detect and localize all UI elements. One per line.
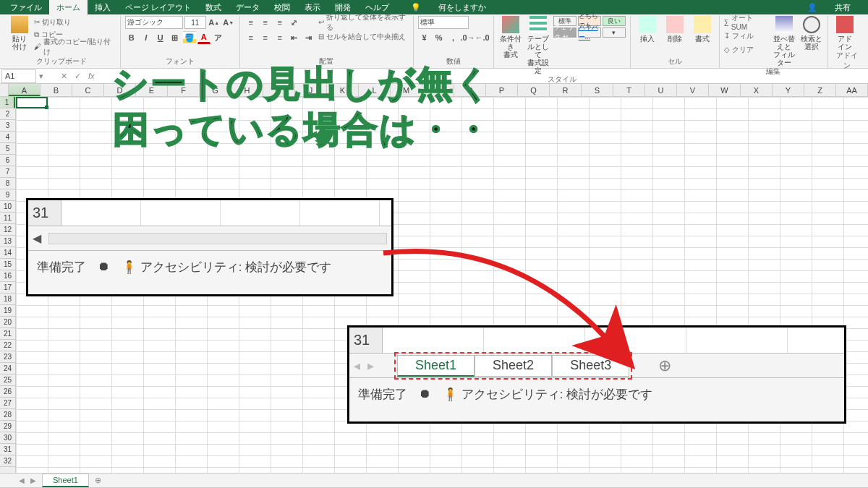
col-header-X[interactable]: X — [741, 84, 773, 96]
row-header-7[interactable]: 7 — [0, 166, 15, 178]
insert-cells-button[interactable]: 挿入 — [635, 16, 660, 43]
col-header-N[interactable]: N — [422, 84, 454, 96]
fill-button[interactable]: ↧フィル — [724, 30, 770, 42]
cancel-formula-button[interactable]: ✕ — [61, 72, 67, 81]
row-header-12[interactable]: 12 — [0, 224, 15, 236]
tab-data[interactable]: データ — [229, 0, 267, 15]
row-header-28[interactable]: 28 — [0, 409, 15, 421]
col-header-L[interactable]: L — [359, 84, 391, 96]
sheet-nav-left[interactable]: ◀ — [19, 476, 25, 484]
col-header-Z[interactable]: Z — [804, 84, 836, 96]
row-header-29[interactable]: 29 — [0, 421, 15, 432]
row-header-9[interactable]: 9 — [0, 189, 15, 201]
decrease-decimal-button[interactable]: ←.0 — [476, 31, 489, 44]
paste-button[interactable]: 貼り 付け — [7, 16, 31, 51]
row-header-23[interactable]: 23 — [0, 351, 15, 363]
percent-button[interactable]: % — [433, 31, 446, 44]
sheet-tab-1[interactable]: Sheet1 — [42, 474, 89, 487]
format-as-table-button[interactable]: テーブルとして 書式設定 — [526, 16, 550, 74]
row-header-27[interactable]: 27 — [0, 398, 15, 409]
row-header-15[interactable]: 15 — [0, 259, 15, 270]
col-header-F[interactable]: F — [168, 84, 200, 96]
col-header-B[interactable]: B — [41, 84, 72, 96]
col-header-M[interactable]: M — [391, 84, 422, 96]
tab-review[interactable]: 校閲 — [267, 0, 297, 15]
row-header-22[interactable]: 22 — [0, 340, 15, 351]
style-more[interactable]: ▾ — [603, 27, 626, 38]
sort-filter-button[interactable]: 並べ替えと フィルター — [773, 16, 796, 67]
align-left-button[interactable]: ≡ — [244, 31, 258, 44]
align-center-button[interactable]: ≡ — [259, 31, 272, 44]
row-header-21[interactable]: 21 — [0, 328, 15, 340]
active-cell[interactable] — [16, 97, 48, 108]
wrap-text-button[interactable]: ↩折り返して全体を表示する — [318, 16, 409, 28]
border-button[interactable]: ⊞ — [169, 31, 182, 44]
find-select-button[interactable]: 検索と 選択 — [799, 16, 823, 51]
row-header-32[interactable]: 32 — [0, 455, 15, 467]
enter-formula-button[interactable]: ✓ — [75, 72, 81, 81]
font-color-button[interactable]: A — [197, 31, 210, 44]
row-header-20[interactable]: 20 — [0, 317, 15, 328]
format-painter-button[interactable]: 🖌書式のコピー/貼り付け — [34, 40, 116, 53]
fill-color-button[interactable]: 🪣 — [183, 31, 196, 44]
italic-button[interactable]: I — [140, 31, 153, 44]
sheet-nav-right[interactable]: ▶ — [30, 476, 36, 484]
callout2-nav-right[interactable]: ▸ — [367, 358, 374, 374]
align-right-button[interactable]: ≡ — [273, 31, 286, 44]
col-header-Q[interactable]: Q — [518, 84, 550, 96]
row-header-17[interactable]: 17 — [0, 282, 15, 294]
phonetic-button[interactable]: ア — [212, 31, 225, 44]
delete-cells-button[interactable]: 削除 — [663, 16, 687, 43]
col-header-U[interactable]: U — [645, 84, 677, 96]
row-header-8[interactable]: 8 — [0, 178, 15, 189]
tab-view[interactable]: 表示 — [297, 0, 328, 15]
col-header-D[interactable]: D — [104, 84, 136, 96]
row-header-26[interactable]: 26 — [0, 386, 15, 398]
col-header-J[interactable]: J — [295, 84, 327, 96]
cut-button[interactable]: ✂切り取り — [34, 16, 116, 28]
fx-icon[interactable]: fx — [88, 72, 95, 80]
style-check[interactable]: チェック セ... — [553, 27, 576, 38]
row-header-4[interactable]: 4 — [0, 132, 15, 143]
col-header-W[interactable]: W — [709, 84, 741, 96]
currency-button[interactable]: ¥ — [418, 31, 431, 44]
format-cells-button[interactable]: 書式 — [690, 16, 715, 43]
row-header-5[interactable]: 5 — [0, 143, 15, 155]
col-header-I[interactable]: I — [263, 84, 295, 96]
row-header-18[interactable]: 18 — [0, 294, 15, 305]
callout2-sheet3[interactable]: Sheet3 — [552, 355, 629, 377]
callout2-sheet1[interactable]: Sheet1 — [397, 355, 475, 377]
col-header-T[interactable]: T — [613, 84, 645, 96]
new-sheet-button[interactable]: ⊕ — [95, 476, 101, 485]
row-header-2[interactable]: 2 — [0, 108, 15, 120]
clear-button[interactable]: ◇クリア — [724, 43, 770, 56]
bold-button[interactable]: B — [125, 31, 138, 44]
col-header-C[interactable]: C — [72, 84, 104, 96]
callout2-new-sheet[interactable]: ⊕ — [658, 356, 671, 375]
align-top-button[interactable]: ≡ — [244, 16, 258, 29]
row-header-10[interactable]: 10 — [0, 201, 15, 213]
callout2-nav-left[interactable]: ◂ — [354, 358, 360, 374]
orientation-button[interactable]: ⤢ — [288, 16, 301, 29]
tab-file[interactable]: ファイル — [3, 0, 49, 15]
share-button[interactable]: 👤 共有 — [793, 0, 865, 17]
row-header-14[interactable]: 14 — [0, 247, 15, 259]
col-header-V[interactable]: V — [677, 84, 709, 96]
align-bottom-button[interactable]: ≡ — [273, 16, 286, 29]
col-header-A[interactable]: A — [9, 84, 41, 96]
increase-indent-button[interactable]: ⇥ — [302, 31, 315, 44]
row-header-25[interactable]: 25 — [0, 374, 15, 386]
tab-home[interactable]: ホーム — [49, 0, 88, 15]
row-header-30[interactable]: 30 — [0, 432, 15, 444]
tab-page-layout[interactable]: ページ レイアウト — [118, 0, 198, 15]
col-header-AA[interactable]: AA — [836, 84, 868, 96]
addins-button[interactable]: アド イン — [833, 16, 857, 51]
align-middle-button[interactable]: ≡ — [259, 16, 272, 29]
col-header-G[interactable]: G — [200, 84, 231, 96]
row-header-31[interactable]: 31 — [0, 444, 15, 455]
col-header-K[interactable]: K — [327, 84, 359, 96]
callout1-scroll-left[interactable]: ◀ — [33, 231, 41, 245]
merge-center-button[interactable]: ⊟セルを結合して中央揃え — [318, 30, 409, 43]
decrease-font-button[interactable]: A▼ — [222, 16, 235, 29]
row-header-16[interactable]: 16 — [0, 270, 15, 282]
